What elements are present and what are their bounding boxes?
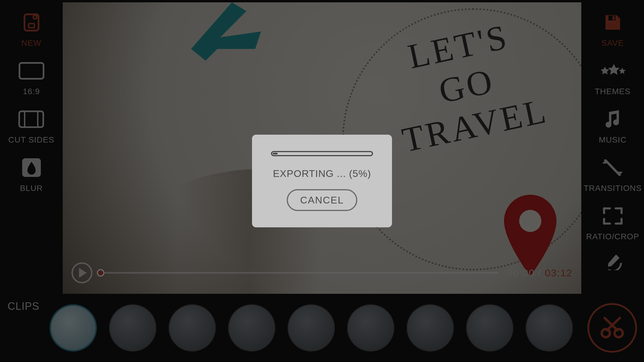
export-msg-suffix: %) [358, 168, 371, 179]
export-msg-percent: 5 [353, 168, 358, 179]
svg-rect-17 [273, 153, 278, 154]
export-dialog-message: EXPORTING ... (5%) [273, 168, 371, 179]
modal-overlay: EXPORTING ... (5%) CANCEL [0, 0, 644, 362]
progress-bar-icon [271, 151, 373, 158]
export-dialog: EXPORTING ... (5%) CANCEL [252, 135, 392, 227]
cancel-button[interactable]: CANCEL [287, 189, 357, 211]
export-msg-prefix: EXPORTING ... ( [273, 168, 353, 179]
svg-rect-16 [272, 152, 372, 156]
